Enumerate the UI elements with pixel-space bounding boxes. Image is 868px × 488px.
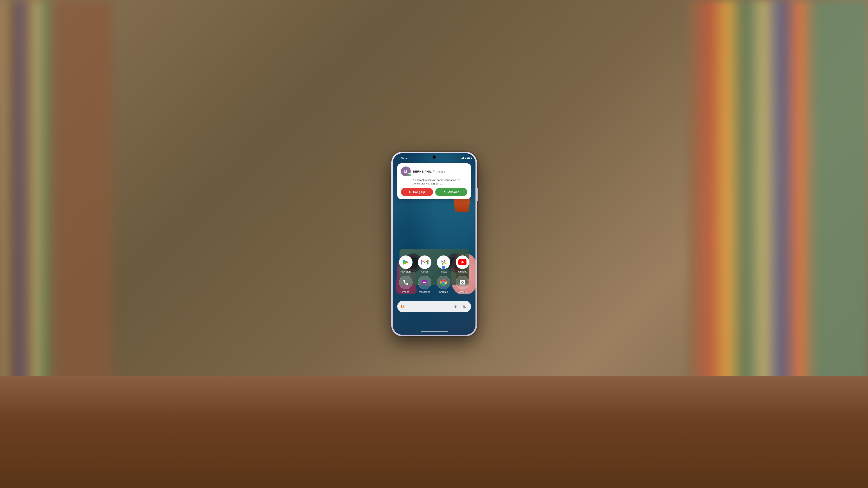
chrome-icon: [437, 276, 450, 289]
battery-icon: [467, 157, 471, 159]
status-left: 📞 Phone: [397, 157, 408, 160]
app-chrome[interactable]: Chrome: [435, 276, 452, 293]
camera-label: Camera: [458, 291, 467, 293]
playstore-label: Play Store: [400, 270, 411, 273]
app-photos[interactable]: Photos: [435, 256, 452, 273]
phone-screen: 📞 Phone ▾: [393, 153, 475, 335]
phone-app-icon: [399, 276, 412, 289]
call-active-badge: [408, 173, 411, 177]
messages-icon: [418, 276, 431, 289]
camera-app-icon: [456, 276, 469, 289]
wifi-icon: ▾: [465, 157, 466, 160]
search-bar[interactable]: G: [397, 301, 471, 312]
messages-label: Messages: [419, 291, 430, 293]
front-camera: [433, 156, 436, 159]
caller-initial: B: [404, 169, 407, 174]
photos-globe-badge: [441, 265, 445, 269]
svg-point-2: [423, 282, 424, 283]
status-phone-label: Phone: [401, 157, 408, 160]
gmail-icon: [418, 256, 431, 269]
wooden-table: [0, 376, 868, 488]
caller-info: BERNE PHILIP · Phone: [413, 170, 467, 173]
lens-search-button[interactable]: [461, 303, 467, 310]
svg-point-4: [425, 282, 426, 283]
google-logo: G: [401, 303, 405, 310]
call-message-text: "Hi I want to sell you some insur-ance I…: [401, 178, 467, 185]
voice-search-button[interactable]: [453, 303, 459, 310]
svg-point-9: [443, 282, 444, 283]
playstore-icon: [399, 256, 412, 269]
call-actions[interactable]: Hang Up Answer: [401, 188, 467, 196]
phone-status-icon: 📞: [397, 157, 400, 160]
app-phone[interactable]: Phone: [397, 276, 414, 293]
app-messages[interactable]: Messages: [416, 276, 433, 293]
gmail-label: Gmail: [421, 270, 428, 273]
home-indicator[interactable]: [421, 331, 447, 332]
call-header: B BERNE PHILIP · Phone: [401, 166, 467, 176]
phone-wrapper: 📞 Phone ▾: [392, 152, 477, 336]
call-notification: B BERNE PHILIP · Phone: [397, 163, 471, 199]
photos-label: Photos: [439, 270, 447, 273]
app-gmail[interactable]: Gmail: [416, 256, 433, 273]
chrome-label: Chrome: [439, 291, 448, 293]
status-right: ▾: [461, 157, 471, 160]
youtube-icon: [456, 256, 469, 269]
caller-avatar: B: [401, 166, 411, 176]
svg-point-3: [424, 282, 425, 283]
phone-body: 📞 Phone ▾: [392, 152, 477, 336]
hangup-button[interactable]: Hang Up: [401, 188, 433, 196]
caller-name: BERNE PHILIP · Phone: [413, 170, 467, 173]
signal-bars: [461, 157, 464, 159]
app-grid: Play Store: [397, 256, 471, 293]
answer-label: Answer: [448, 190, 459, 194]
svg-line-11: [465, 307, 466, 308]
answer-button[interactable]: Answer: [435, 188, 467, 196]
photos-icon: [437, 256, 450, 269]
app-camera[interactable]: Camera: [454, 276, 471, 293]
app-playstore[interactable]: Play Store: [397, 256, 414, 273]
youtube-label: YouTube: [458, 270, 467, 273]
app-youtube[interactable]: YouTube: [454, 256, 471, 273]
hangup-label: Hang Up: [413, 190, 425, 194]
svg-point-12: [464, 306, 465, 307]
phone-app-label: Phone: [402, 291, 409, 293]
